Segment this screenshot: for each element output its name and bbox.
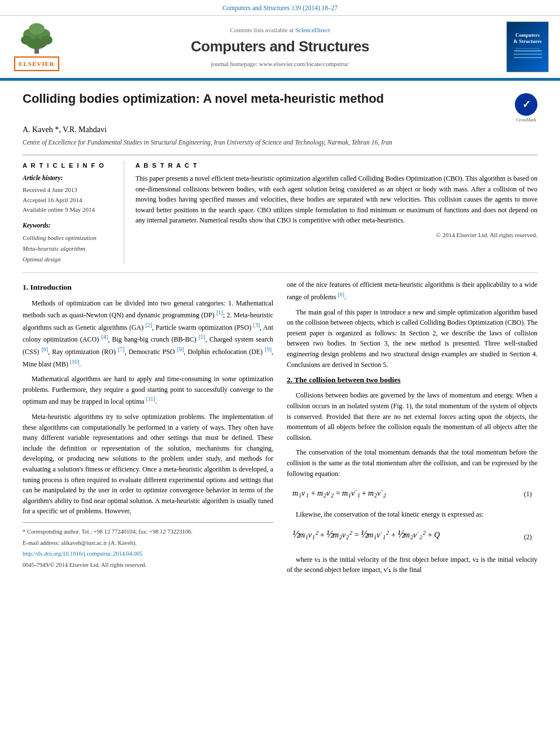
- svg-text:=: =: [354, 531, 359, 539]
- svg-text:2: 2: [419, 534, 422, 540]
- received-date: Received 4 June 2013: [23, 185, 116, 195]
- svg-text:+: +: [391, 531, 396, 539]
- svg-text:2: 2: [423, 530, 426, 536]
- ref-8[interactable]: [8]: [177, 346, 184, 352]
- crossmark-icon: ✓: [515, 93, 537, 116]
- svg-text:2: 2: [386, 530, 389, 536]
- cover-text-line1: Computers: [515, 32, 540, 39]
- main-content: Colliding bodies optimization: A novel m…: [0, 81, 560, 591]
- left-column: 1. Introduction Methods of optimization …: [23, 279, 273, 580]
- article-info-heading: A R T I C L E I N F O: [23, 161, 116, 171]
- elsevier-wordmark: ELSEVIER: [14, 56, 59, 72]
- accepted-date: Accepted 16 April 2014: [23, 195, 116, 206]
- journal-cover-image: Computers & Structures: [506, 21, 549, 72]
- copyright-line: © 2014 Elsevier Ltd. All rights reserved…: [135, 230, 537, 240]
- section2-para2: The conservation of the total momentum d…: [287, 447, 537, 479]
- equation-1-row: m 1 v 1 + m 2 v 2 = m 1 v ′ 1: [287, 484, 537, 504]
- equation-2-svg: ½ m 1 v 1 2 + ½ m 2 v 2 2 = ½: [292, 525, 484, 545]
- footer-doi[interactable]: http://dx.doi.org/10.1016/j.compstruc.20…: [23, 549, 273, 558]
- svg-text:2: 2: [383, 492, 386, 499]
- cover-text-line2: & Structures: [513, 38, 541, 45]
- svg-text:v: v: [301, 489, 305, 497]
- abstract-text: This paper presents a novel efficient me…: [135, 173, 537, 226]
- ref-9[interactable]: [9]: [265, 346, 272, 352]
- svg-text:1: 1: [383, 534, 386, 540]
- footer-rights: 0045-7949/© 2014 Elsevier Ltd. All right…: [23, 561, 273, 570]
- title-row: Colliding bodies optimization: A novel m…: [23, 91, 537, 124]
- svg-text:m: m: [368, 489, 374, 497]
- svg-text:m: m: [299, 531, 305, 539]
- svg-text:m: m: [317, 489, 323, 497]
- keyword-1: Colliding bodies optimization: [23, 233, 116, 243]
- svg-text:+: +: [427, 531, 432, 539]
- svg-text:m: m: [368, 531, 373, 539]
- ref-10[interactable]: [10]: [70, 359, 80, 365]
- page-footer: * Corresponding author. Tel.: +98 12 772…: [23, 522, 273, 570]
- article-info-section: A R T I C L E I N F O Article history: R…: [23, 155, 537, 265]
- svg-text:m: m: [333, 531, 339, 539]
- equation-2-number: (2): [524, 532, 532, 542]
- svg-text:′: ′: [355, 489, 357, 495]
- ref-3[interactable]: [3]: [253, 322, 260, 328]
- section1-right-cont: one of the nice features of efficient me…: [287, 279, 537, 302]
- ref-7[interactable]: [7]: [118, 346, 125, 352]
- svg-text:v: v: [377, 489, 381, 497]
- crossmark-badge[interactable]: ✓ CrossMark: [515, 93, 537, 124]
- elsevier-tree-icon: [14, 23, 59, 54]
- ref-2[interactable]: [2]: [146, 322, 152, 328]
- sciencedirect-anchor[interactable]: ScienceDirect: [295, 27, 330, 33]
- svg-text:1: 1: [306, 492, 309, 499]
- cover-decoration-icon: [511, 45, 545, 62]
- journal-cover-area: Computers & Structures: [498, 21, 549, 72]
- journal-homepage: journal homepage: www.elsevier.com/locat…: [71, 59, 489, 69]
- svg-point-4: [29, 23, 45, 34]
- right-column: one of the nice features of efficient me…: [287, 279, 537, 580]
- svg-text:2: 2: [349, 530, 352, 536]
- abstract-heading: A B S T R A C T: [135, 161, 537, 171]
- svg-text:m: m: [404, 531, 410, 539]
- equation-1-svg: m 1 v 1 + m 2 v 2 = m 1 v ′ 1: [292, 484, 450, 500]
- sciencedirect-link[interactable]: Contents lists available at ScienceDirec…: [71, 25, 489, 35]
- svg-text:v: v: [377, 531, 380, 539]
- ref-1[interactable]: [1]: [216, 309, 223, 316]
- svg-text:1: 1: [312, 534, 315, 540]
- svg-text:v: v: [351, 489, 355, 497]
- svg-text:2: 2: [331, 492, 334, 499]
- svg-text:=: =: [335, 489, 340, 497]
- section2-heading: 2. The collision between two bodies: [287, 374, 537, 386]
- svg-text:′: ′: [381, 489, 383, 495]
- keywords-heading: Keywords:: [23, 221, 116, 230]
- equation-2-row: ½ m 1 v 1 2 + ½ m 2 v 2 2 = ½: [287, 525, 537, 549]
- keyword-2: Meta-heuristic algorithm: [23, 243, 116, 254]
- section2-para3: Likewise, the conservation of the total …: [287, 509, 537, 520]
- ref-6[interactable]: [6]: [41, 346, 48, 352]
- svg-text:′: ′: [417, 531, 419, 537]
- svg-text:v: v: [326, 489, 330, 497]
- svg-text:+: +: [361, 489, 366, 497]
- svg-text:v: v: [308, 531, 312, 539]
- author-names: A. Kaveh *, V.R. Mahdavi: [23, 125, 107, 134]
- publisher-logo-area: ELSEVIER: [11, 23, 62, 72]
- journal-title: Computers and Structures: [71, 36, 489, 58]
- journal-center-header: Contents lists available at ScienceDirec…: [71, 25, 489, 69]
- equation-1-number: (1): [524, 489, 532, 499]
- article-title: Colliding bodies optimization: A novel m…: [23, 91, 384, 107]
- authors-line: A. Kaveh *, V.R. Mahdavi: [23, 124, 537, 136]
- ref-5[interactable]: [5]: [199, 334, 205, 340]
- svg-point-5: [21, 36, 32, 45]
- doi-link[interactable]: http://dx.doi.org/10.1016/j.compstruc.20…: [23, 551, 142, 557]
- paper-body: 1. Introduction Methods of optimization …: [23, 272, 537, 580]
- equation-2-content: ½ m 1 v 1 2 + ½ m 2 v 2 2 = ½: [292, 525, 484, 549]
- svg-text:Q: Q: [434, 531, 440, 539]
- journal-header: ELSEVIER Contents lists available at Sci…: [0, 16, 560, 79]
- svg-text:+: +: [310, 489, 316, 497]
- footer-footnote1: * Corresponding author. Tel.: +98 12 772…: [23, 527, 273, 536]
- ref-4[interactable]: [4]: [101, 334, 108, 340]
- section1-heading: 1. Introduction: [23, 282, 273, 293]
- ref-6b[interactable]: [6]: [338, 291, 344, 298]
- section1-para1: Methods of optimization can be divided i…: [23, 298, 273, 370]
- keyword-3: Optimal design: [23, 254, 116, 265]
- journal-citation: Computers and Structures 139 (2014) 18–2…: [222, 5, 338, 11]
- history-heading: Article history:: [23, 173, 116, 183]
- ref-11[interactable]: [11]: [146, 396, 155, 402]
